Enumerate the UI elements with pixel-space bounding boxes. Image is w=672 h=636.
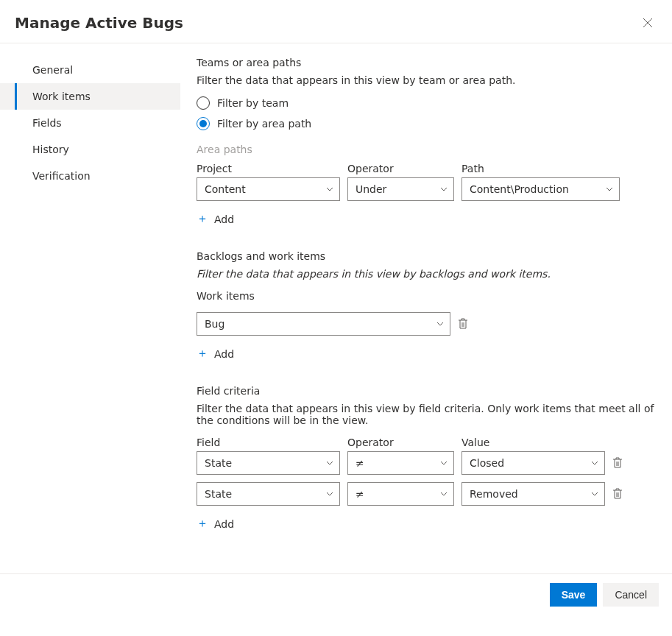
select-value: Content\Production xyxy=(470,183,569,195)
add-criteria-button[interactable]: ＋ Add xyxy=(197,516,234,531)
section-heading: Field criteria xyxy=(197,385,659,397)
column-header-operator: Operator xyxy=(347,163,454,174)
section-description: Filter the data that appears in this vie… xyxy=(197,403,659,426)
add-label: Add xyxy=(214,213,234,225)
add-work-item-button[interactable]: ＋ Add xyxy=(197,346,234,361)
plus-icon: ＋ xyxy=(197,346,208,361)
select-value: Removed xyxy=(470,488,518,500)
chevron-down-icon xyxy=(326,492,333,496)
operator-select[interactable]: Under xyxy=(347,177,454,201)
save-button[interactable]: Save xyxy=(550,583,598,607)
close-button[interactable] xyxy=(638,13,657,32)
select-value: Under xyxy=(356,183,386,195)
delete-work-item-button[interactable] xyxy=(458,312,468,336)
content-pane: Teams or area paths Filter the data that… xyxy=(180,43,672,573)
trash-icon xyxy=(458,318,468,330)
manage-active-bugs-dialog: Manage Active Bugs General Work items Fi… xyxy=(0,0,672,620)
sidebar-item-work-items[interactable]: Work items xyxy=(0,83,180,110)
work-item-select[interactable]: Bug xyxy=(197,312,450,336)
criteria-field-select[interactable]: State xyxy=(197,482,340,506)
column-header-project: Project xyxy=(197,163,340,174)
select-value: State xyxy=(205,457,232,469)
chevron-down-icon xyxy=(591,461,598,465)
chevron-down-icon xyxy=(326,187,333,191)
criteria-value-select[interactable]: Removed xyxy=(461,482,605,506)
chevron-down-icon xyxy=(436,322,444,326)
sidebar-nav: General Work items Fields History Verifi… xyxy=(0,43,180,573)
radio-filter-by-area-path[interactable]: Filter by area path xyxy=(197,117,659,130)
chevron-down-icon xyxy=(440,187,448,191)
chevron-down-icon xyxy=(606,187,613,191)
sidebar-item-verification[interactable]: Verification xyxy=(0,163,180,189)
radio-label: Filter by area path xyxy=(217,118,311,130)
teams-area-section: Teams or area paths Filter the data that… xyxy=(197,57,659,227)
section-description: Filter the data that appears in this vie… xyxy=(197,268,659,280)
select-value: Closed xyxy=(470,457,504,469)
dialog-body: General Work items Fields History Verifi… xyxy=(0,43,672,573)
criteria-header-row: Field State Operator ≠ xyxy=(197,437,659,475)
column-header-value: Value xyxy=(461,437,605,448)
select-value: Content xyxy=(205,183,246,195)
chevron-down-icon xyxy=(440,492,448,496)
sidebar-item-label: Verification xyxy=(32,170,91,182)
sidebar-item-label: Fields xyxy=(32,117,62,129)
criteria-operator-select[interactable]: ≠ xyxy=(347,451,454,475)
close-icon xyxy=(643,18,653,28)
delete-criteria-button[interactable] xyxy=(612,451,623,475)
delete-criteria-button[interactable] xyxy=(612,482,623,506)
dialog-header: Manage Active Bugs xyxy=(0,0,672,43)
select-value: ≠ xyxy=(356,457,364,469)
cancel-button[interactable]: Cancel xyxy=(603,583,659,607)
criteria-operator-select[interactable]: ≠ xyxy=(347,482,454,506)
work-item-row: Bug xyxy=(197,312,659,336)
sidebar-item-history[interactable]: History xyxy=(0,136,180,163)
path-select[interactable]: Content\Production xyxy=(461,177,620,201)
criteria-row: State ≠ Removed xyxy=(197,482,659,506)
trash-icon xyxy=(612,457,623,469)
add-label: Add xyxy=(214,348,234,360)
add-label: Add xyxy=(214,518,234,530)
dialog-title: Manage Active Bugs xyxy=(15,14,183,32)
select-value: ≠ xyxy=(356,488,364,500)
work-items-label: Work items xyxy=(197,290,450,302)
radio-icon xyxy=(197,96,210,110)
column-header-operator: Operator xyxy=(347,437,454,448)
select-value: State xyxy=(205,488,232,500)
dialog-footer: Save Cancel xyxy=(0,573,672,620)
criteria-field-select[interactable]: State xyxy=(197,451,340,475)
select-value: Bug xyxy=(205,318,224,330)
column-header-path: Path xyxy=(461,163,620,174)
trash-icon xyxy=(612,488,623,500)
chevron-down-icon xyxy=(591,492,598,496)
sidebar-item-fields[interactable]: Fields xyxy=(0,110,180,136)
plus-icon: ＋ xyxy=(197,516,208,531)
section-heading: Backlogs and work items xyxy=(197,250,659,262)
sidebar-item-label: Work items xyxy=(32,91,91,102)
chevron-down-icon xyxy=(326,461,333,465)
section-heading: Teams or area paths xyxy=(197,57,659,68)
sidebar-item-general[interactable]: General xyxy=(0,57,180,83)
section-description: Filter the data that appears in this vie… xyxy=(197,74,659,86)
criteria-value-select[interactable]: Closed xyxy=(461,451,605,475)
project-select[interactable]: Content xyxy=(197,177,340,201)
sidebar-item-label: General xyxy=(32,64,73,76)
area-paths-group-label: Area paths xyxy=(197,144,659,155)
radio-label: Filter by team xyxy=(217,97,289,109)
plus-icon: ＋ xyxy=(197,211,208,227)
backlogs-section: Backlogs and work items Filter the data … xyxy=(197,250,659,361)
sidebar-item-label: History xyxy=(32,144,69,155)
criteria-section: Field criteria Filter the data that appe… xyxy=(197,385,659,531)
radio-filter-by-team[interactable]: Filter by team xyxy=(197,96,659,110)
area-path-header-row: Project Content Operator Under xyxy=(197,163,659,201)
radio-icon xyxy=(197,117,210,130)
chevron-down-icon xyxy=(440,461,448,465)
column-header-field: Field xyxy=(197,437,340,448)
add-area-path-button[interactable]: ＋ Add xyxy=(197,211,234,227)
